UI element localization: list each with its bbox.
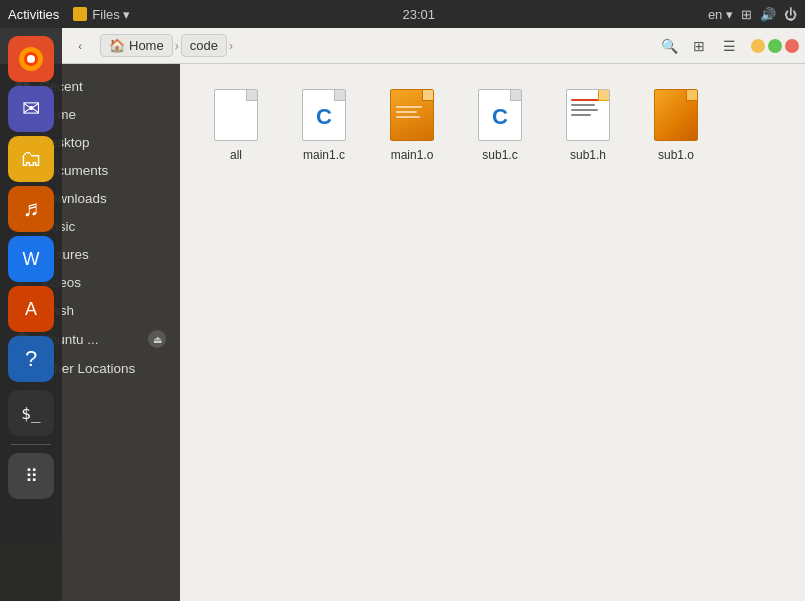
file-main1c[interactable]: C main1.c [284, 80, 364, 168]
window-controls [751, 39, 799, 53]
file-icon-main1c: C [300, 86, 348, 144]
files-menu[interactable]: Files ▾ [73, 7, 129, 22]
file-icon-sub1h [564, 86, 612, 144]
eject-button[interactable]: ⏏ [148, 330, 166, 348]
dock-terminal[interactable]: $_ [8, 390, 54, 436]
dock-apps[interactable]: ⠿ [8, 453, 54, 499]
close-button[interactable] [785, 39, 799, 53]
dock-thunderbird[interactable]: ✉ [8, 86, 54, 132]
toolbar-right: 🔍 ⊞ ☰ [655, 32, 743, 60]
view-toggle-button[interactable]: ⊞ [685, 32, 713, 60]
menu-button[interactable]: ☰ [715, 32, 743, 60]
maximize-button[interactable] [768, 39, 782, 53]
files-menu-label: Files [92, 7, 119, 22]
breadcrumb: 🏠 Home › code › [100, 34, 649, 57]
file-name-main1c: main1.c [303, 148, 345, 162]
file-sub1c[interactable]: C sub1.c [460, 80, 540, 168]
dock-firefox[interactable] [8, 36, 54, 82]
current-folder[interactable]: code [181, 34, 227, 57]
volume-icon: 🔊 [760, 7, 776, 22]
home-breadcrumb[interactable]: 🏠 Home [100, 34, 173, 57]
file-icon-all [212, 86, 260, 144]
toolbar: ‹ › ‹ 🏠 Home › code › 🔍 ⊞ ☰ [0, 28, 805, 64]
breadcrumb-separator: › [175, 39, 179, 53]
language-selector[interactable]: en ▾ [708, 7, 733, 22]
topbar-center: 23:01 [403, 7, 436, 22]
content-area: 🕐 Recent 🏠 Home 🖥 Desktop 📄 Documents ⬇ … [0, 64, 805, 601]
up-button[interactable]: ‹ [66, 32, 94, 60]
files-window: ‹ › ‹ 🏠 Home › code › 🔍 ⊞ ☰ 🕐 [0, 28, 805, 601]
dock-rhythmbox[interactable]: ♬ [8, 186, 54, 232]
file-name-sub1o: sub1.o [658, 148, 694, 162]
file-sub1h[interactable]: sub1.h [548, 80, 628, 168]
activities-button[interactable]: Activities [8, 7, 59, 22]
dock-help[interactable]: ? [8, 336, 54, 382]
file-main1o[interactable]: main1.o [372, 80, 452, 168]
dock-writer[interactable]: W [8, 236, 54, 282]
minimize-button[interactable] [751, 39, 765, 53]
clock: 23:01 [403, 7, 436, 22]
file-name-all: all [230, 148, 242, 162]
topbar: Activities Files ▾ 23:01 en ▾ ⊞ 🔊 ⏻ [0, 0, 805, 28]
file-icon-sub1c: C [476, 86, 524, 144]
network-icon: ⊞ [741, 7, 752, 22]
files-icon [73, 7, 87, 21]
svg-point-2 [27, 55, 35, 63]
file-all[interactable]: all [196, 80, 276, 168]
dock-files[interactable]: 🗂 [8, 136, 54, 182]
search-button[interactable]: 🔍 [655, 32, 683, 60]
dock-appstore[interactable]: A [8, 286, 54, 332]
breadcrumb-separator-2: › [229, 39, 233, 53]
topbar-left: Activities Files ▾ [8, 7, 130, 22]
file-area: all C main1.c [180, 64, 805, 601]
home-label: Home [129, 38, 164, 53]
file-name-main1o: main1.o [391, 148, 434, 162]
file-icon-main1o [388, 86, 436, 144]
power-icon[interactable]: ⏻ [784, 7, 797, 22]
file-sub1o[interactable]: sub1.o [636, 80, 716, 168]
dock-separator [11, 444, 51, 445]
file-name-sub1h: sub1.h [570, 148, 606, 162]
file-icon-sub1o [652, 86, 700, 144]
file-name-sub1c: sub1.c [482, 148, 517, 162]
dock: ✉ 🗂 ♬ W A ? $_ ⠿ [0, 28, 62, 601]
home-icon: 🏠 [109, 38, 125, 53]
topbar-right: en ▾ ⊞ 🔊 ⏻ [708, 7, 797, 22]
files-menu-arrow: ▾ [123, 7, 130, 22]
